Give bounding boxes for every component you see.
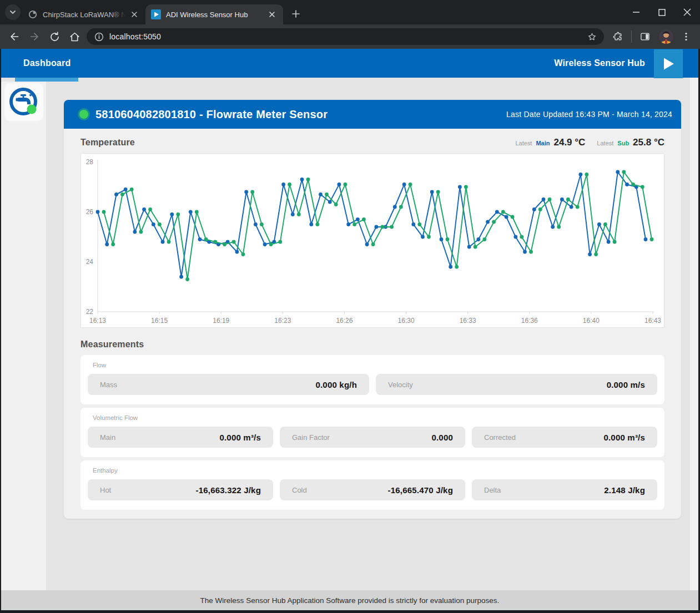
tab-adi-wireless-sensor-hub[interactable]: ADI Wireless Sensor Hub bbox=[145, 4, 283, 24]
browser-toolbar: localhost:5050 bbox=[0, 24, 700, 49]
svg-text:16:43: 16:43 bbox=[644, 317, 661, 325]
play-triangle-icon bbox=[660, 55, 677, 72]
measurement-value: -16,665.470 J/kg bbox=[388, 485, 453, 495]
svg-text:16:19: 16:19 bbox=[213, 317, 229, 325]
back-button[interactable] bbox=[4, 27, 24, 47]
window-minimize-button[interactable] bbox=[623, 0, 649, 24]
svg-text:16:15: 16:15 bbox=[151, 317, 168, 325]
home-button[interactable] bbox=[64, 27, 84, 47]
measurement-velocity: Velocity 0.000 m/s bbox=[376, 374, 657, 395]
reload-button[interactable] bbox=[44, 27, 64, 47]
measurement-label: Cold bbox=[292, 486, 307, 494]
measurements-section-title: Measurements bbox=[80, 340, 144, 349]
measurement-group-flow: Flow Mass 0.000 kg/h Velocity 0.000 m/s bbox=[80, 355, 664, 404]
adi-logo[interactable] bbox=[654, 49, 683, 78]
svg-text:22: 22 bbox=[86, 308, 94, 316]
measurement-hot: Hot -16,663.322 J/kg bbox=[88, 479, 273, 500]
online-status-dot bbox=[79, 110, 88, 119]
measurement-mass: Mass 0.000 kg/h bbox=[88, 374, 369, 395]
measurement-label: Gain Factor bbox=[292, 433, 330, 442]
window-maximize-button[interactable] bbox=[649, 0, 674, 24]
tab-chirpstack[interactable]: ChirpStack LoRaWAN® Networ bbox=[22, 4, 145, 24]
tab-search-button[interactable] bbox=[5, 4, 21, 20]
last-updated-text: Last Date Updated 16:43 PM - March 14, 2… bbox=[506, 110, 672, 119]
evaluation-footer: The Wireless Sensor Hub Application Soft… bbox=[1, 590, 698, 610]
measurement-label: Corrected bbox=[484, 433, 516, 442]
latest-main-label: Main bbox=[536, 140, 550, 146]
tab-close-icon[interactable] bbox=[266, 9, 278, 20]
svg-text:16:40: 16:40 bbox=[583, 317, 600, 325]
chirpstack-favicon-icon bbox=[28, 9, 38, 19]
measurement-cold: Cold -16,665.470 J/kg bbox=[280, 479, 465, 500]
device-card-header: 5810604082801810 - Flowrate Meter Sensor… bbox=[64, 100, 681, 129]
measurement-label: Delta bbox=[484, 486, 501, 494]
app-name: Wireless Sensor Hub bbox=[554, 58, 645, 68]
device-title: 5810604082801810 - Flowrate Meter Sensor bbox=[95, 108, 328, 121]
menu-kebab-icon[interactable] bbox=[677, 28, 695, 45]
svg-text:16:26: 16:26 bbox=[336, 317, 352, 325]
group-label: Volumetric Flow bbox=[93, 414, 652, 421]
temperature-chart[interactable]: 2224262816:1316:1516:1916:2316:2616:3016… bbox=[80, 153, 664, 328]
tab-title: ADI Wireless Sensor Hub bbox=[166, 11, 263, 19]
footer-text: The Wireless Sensor Hub Application Soft… bbox=[200, 596, 500, 605]
device-card: 5810604082801810 - Flowrate Meter Sensor… bbox=[64, 100, 681, 519]
measurement-value: 0.000 m³/s bbox=[603, 433, 645, 442]
measurement-value: 0.000 bbox=[431, 433, 453, 442]
forward-button[interactable] bbox=[24, 27, 44, 47]
measurement-group-volumetric-flow: Volumetric Flow Main 0.000 m³/s Gain Fac… bbox=[80, 408, 664, 457]
svg-text:16:13: 16:13 bbox=[89, 317, 106, 325]
nav-dashboard-link[interactable]: Dashboard bbox=[23, 58, 70, 68]
measurement-label: Main bbox=[100, 433, 115, 442]
extensions-icon[interactable] bbox=[609, 28, 627, 45]
page-scrollbar[interactable] bbox=[690, 78, 698, 590]
svg-text:16:23: 16:23 bbox=[274, 317, 291, 325]
page: Dashboard Wireless Sensor Hub bbox=[1, 49, 698, 610]
measurement-delta: Delta 2.148 J/kg bbox=[472, 479, 657, 500]
address-bar[interactable]: localhost:5050 bbox=[87, 28, 604, 45]
adi-play-favicon-icon bbox=[151, 9, 161, 19]
measurement-corrected: Corrected 0.000 m³/s bbox=[472, 427, 657, 448]
flowrate-sensor-icon bbox=[8, 87, 39, 118]
sidebar-item-flowrate-sensor[interactable] bbox=[4, 83, 43, 121]
latest-main-value: 24.9 °C bbox=[553, 137, 585, 148]
measurement-value: -16,663.322 J/kg bbox=[196, 485, 261, 495]
svg-text:16:36: 16:36 bbox=[521, 317, 538, 325]
browser-titlebar: ChirpStack LoRaWAN® Networ ADI Wireless … bbox=[0, 0, 700, 24]
site-info-icon[interactable] bbox=[94, 32, 104, 42]
bookmark-star-icon[interactable] bbox=[583, 28, 601, 45]
measurement-volumetric-main: Main 0.000 m³/s bbox=[88, 427, 273, 448]
measurement-value: 0.000 m³/s bbox=[219, 433, 261, 442]
group-label: Enthalpy bbox=[93, 467, 652, 474]
tab-title: ChirpStack LoRaWAN® Networ bbox=[43, 11, 125, 19]
side-panel-icon[interactable] bbox=[636, 28, 654, 45]
latest-sub-value: 25.8 °C bbox=[633, 137, 664, 148]
app-navbar: Dashboard Wireless Sensor Hub bbox=[1, 49, 698, 78]
measurement-label: Hot bbox=[100, 486, 111, 494]
measurement-gain-factor: Gain Factor 0.000 bbox=[280, 427, 465, 448]
measurement-label: Mass bbox=[100, 381, 117, 389]
avatar[interactable] bbox=[657, 28, 675, 45]
new-tab-button[interactable] bbox=[288, 6, 304, 22]
svg-text:16:33: 16:33 bbox=[460, 317, 476, 325]
sidebar bbox=[1, 82, 46, 590]
chevron-down-icon bbox=[8, 8, 17, 17]
svg-text:16:30: 16:30 bbox=[398, 317, 415, 325]
tab-close-icon[interactable] bbox=[129, 9, 140, 20]
svg-text:26: 26 bbox=[86, 208, 94, 216]
measurement-group-enthalpy: Enthalpy Hot -16,663.322 J/kg Cold -16,6… bbox=[80, 460, 664, 510]
latest-label: Latest bbox=[597, 140, 613, 146]
latest-readings: Latest Main 24.9 °C Latest Sub 25.8 °C bbox=[515, 137, 664, 148]
temperature-section-title: Temperature bbox=[80, 138, 515, 148]
latest-sub-label: Sub bbox=[617, 140, 629, 146]
measurement-value: 2.148 J/kg bbox=[604, 485, 645, 495]
window-close-button[interactable] bbox=[674, 0, 700, 24]
measurement-value: 0.000 kg/h bbox=[315, 380, 357, 389]
measurement-value: 0.000 m/s bbox=[607, 380, 645, 389]
measurement-label: Velocity bbox=[388, 381, 413, 389]
svg-text:24: 24 bbox=[86, 258, 94, 266]
url-text[interactable]: localhost:5050 bbox=[109, 32, 161, 41]
dashboard-active-indicator bbox=[15, 78, 78, 82]
svg-text:28: 28 bbox=[86, 158, 94, 166]
group-label: Flow bbox=[93, 362, 652, 368]
window-controls bbox=[623, 0, 700, 24]
